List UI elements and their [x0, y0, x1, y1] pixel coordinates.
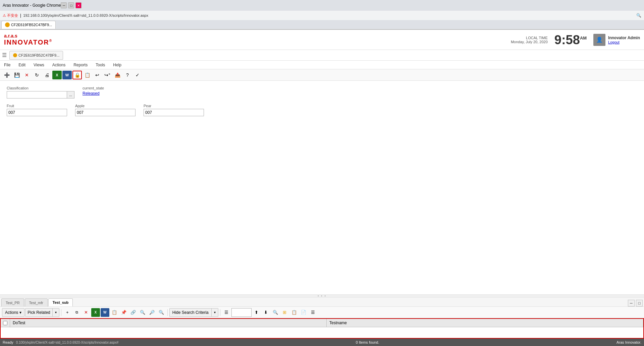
- redo-button[interactable]: ↪°: [103, 71, 112, 79]
- hide-search-arrow-button[interactable]: ▾: [212, 308, 218, 317]
- form-row-1: Classification ... current_state Release…: [7, 86, 637, 98]
- security-warning: ⚠ 不安全: [3, 13, 18, 18]
- pick-related-button[interactable]: Pick Related: [25, 308, 52, 317]
- minimize-panel-button[interactable]: ─: [628, 300, 635, 306]
- menu-actions[interactable]: Actions: [51, 63, 67, 67]
- app-tab[interactable]: CF2E619FB52C47BF9...: [9, 51, 63, 60]
- menu-views[interactable]: Views: [32, 63, 46, 67]
- address-url[interactable]: 192.168.0.100/ylxplm/Client/X-salt=std_1…: [23, 13, 634, 17]
- user-section: 👤 Innovator Admin Logout: [593, 34, 640, 46]
- sort-asc-button[interactable]: ⬆: [252, 308, 261, 317]
- tab-test-sub[interactable]: Test_sub: [48, 298, 73, 306]
- restore-button[interactable]: □: [68, 2, 74, 8]
- app-tab-label: CF2E619FB52C47BF9...: [18, 53, 59, 57]
- actions-dropdown-button[interactable]: Actions ▾: [2, 308, 24, 317]
- classification-input[interactable]: [7, 91, 67, 98]
- grid-view-button[interactable]: ⊞: [280, 308, 289, 317]
- copy-row-button[interactable]: ⧉: [72, 308, 81, 317]
- user-info: Innovator Admin Logout: [608, 36, 640, 44]
- tab-dot-icon: [13, 53, 17, 57]
- fruit-input[interactable]: 007: [7, 109, 67, 116]
- classification-input-group: ...: [7, 91, 74, 98]
- form-area: Classification ... current_state Release…: [0, 81, 644, 294]
- save-button[interactable]: 💾: [12, 71, 21, 79]
- close-button[interactable]: ✕: [75, 2, 82, 8]
- fruit-field: Fruit 007: [7, 104, 67, 116]
- menu-help[interactable]: Help: [112, 63, 123, 67]
- grid-select-all[interactable]: [1, 319, 10, 327]
- logout-link[interactable]: Logout: [608, 40, 640, 44]
- page-search-input[interactable]: [231, 308, 252, 317]
- word-button[interactable]: W: [62, 71, 72, 79]
- delete-row-button[interactable]: ✕: [82, 308, 91, 317]
- app-nav-bar: ☰ CF2E619FB52C47BF9...: [0, 50, 644, 61]
- grid-column-dotest[interactable]: DoTest: [10, 319, 327, 327]
- list-view-button[interactable]: ☰: [309, 308, 317, 317]
- main-content: Classification ... current_state Release…: [0, 81, 644, 339]
- form-row-2: Fruit 007 Apple 007 Pear 007: [7, 104, 637, 116]
- sub-clear-button[interactable]: 🔍: [157, 308, 166, 317]
- resize-handle[interactable]: • • •: [0, 294, 644, 297]
- clock-time: 9:58: [554, 33, 580, 47]
- sub-copy-button[interactable]: 📋: [110, 308, 119, 317]
- menu-edit[interactable]: Edit: [17, 63, 27, 67]
- checkmark-button[interactable]: ✓: [133, 71, 142, 79]
- undo-button[interactable]: ↩: [93, 71, 102, 79]
- browser-tab[interactable]: CF2E619FB52C47BF9...: [1, 21, 56, 29]
- sort-desc-button[interactable]: ⬇: [262, 308, 270, 317]
- tab-test-pr[interactable]: Test_PR: [1, 298, 24, 306]
- sub-filter-button[interactable]: 🔎: [148, 308, 156, 317]
- pick-related-arrow-button[interactable]: ▾: [53, 308, 59, 317]
- refresh-button[interactable]: ↻: [32, 71, 42, 79]
- user-avatar: 👤: [593, 34, 605, 46]
- grid-header: DoTest Testname: [1, 319, 643, 327]
- sub-paste-button[interactable]: 📌: [119, 308, 128, 317]
- lock-button[interactable]: 🔒: [72, 71, 82, 79]
- paste-list-button[interactable]: 📄: [299, 308, 308, 317]
- copy-button[interactable]: 📋: [83, 71, 92, 79]
- grid-container: DoTest Testname: [0, 318, 644, 339]
- pear-field: Pear 007: [144, 104, 204, 116]
- apple-label: Apple: [75, 104, 136, 108]
- current-state-value[interactable]: Released: [83, 91, 104, 96]
- classification-browse-button[interactable]: ...: [67, 91, 74, 98]
- status-bar: Ready 0.100/ylxplm/Client/X-salt=std_11.…: [0, 339, 644, 346]
- apple-input[interactable]: 007: [75, 109, 136, 116]
- add-button[interactable]: ➕: [2, 71, 11, 79]
- pear-label: Pear: [144, 104, 204, 108]
- upload-button[interactable]: 📤: [113, 71, 122, 79]
- help-button[interactable]: ?: [123, 71, 132, 79]
- minimize-button[interactable]: ─: [61, 2, 67, 8]
- pear-input[interactable]: 007: [144, 109, 204, 116]
- header-right: LOCAL TIME Monday, July 20, 2020 9:58AM …: [511, 33, 640, 46]
- hide-search-button[interactable]: Hide Search Criteria: [169, 308, 212, 317]
- menu-file[interactable]: File: [3, 63, 12, 67]
- tab-test-mfr[interactable]: Test_mfr: [25, 298, 48, 306]
- menu-reports[interactable]: Reports: [72, 63, 89, 67]
- select-all-checkbox[interactable]: [3, 321, 7, 325]
- sub-word-button[interactable]: W: [101, 308, 109, 317]
- actions-label: Actions: [5, 310, 18, 315]
- grid-column-testname[interactable]: Testname: [327, 319, 643, 327]
- maximize-panel-button[interactable]: □: [636, 300, 643, 306]
- address-separator: |: [20, 13, 21, 18]
- browser-title-bar: Aras Innovator - Google Chrome ─ □ ✕: [0, 0, 644, 11]
- view-options-button[interactable]: ☰: [222, 308, 231, 317]
- sub-search-button[interactable]: 🔍: [138, 308, 147, 317]
- menu-tools[interactable]: Tools: [94, 63, 106, 67]
- app-header: a.r.a.s INNOVATOR® LOCAL TIME Monday, Ju…: [0, 30, 644, 50]
- discard-button[interactable]: ✕: [22, 71, 32, 79]
- add-row-button[interactable]: +: [63, 308, 72, 317]
- excel-button[interactable]: X: [52, 71, 62, 79]
- sub-excel-button[interactable]: X: [91, 308, 100, 317]
- copy-list-button[interactable]: 📋: [290, 308, 299, 317]
- logo-aras: a.r.a.s: [4, 33, 52, 39]
- zoom-in-button[interactable]: 🔍: [271, 308, 280, 317]
- search-icon[interactable]: 🔍: [636, 13, 641, 18]
- app-logo: a.r.a.s INNOVATOR®: [4, 33, 52, 46]
- sub-link-button[interactable]: 🔗: [129, 308, 138, 317]
- print-button[interactable]: 🖨: [42, 71, 52, 79]
- status-brand: Aras Innovator.: [616, 340, 641, 344]
- fruit-label: Fruit: [7, 104, 67, 108]
- hamburger-menu[interactable]: ☰: [2, 52, 7, 58]
